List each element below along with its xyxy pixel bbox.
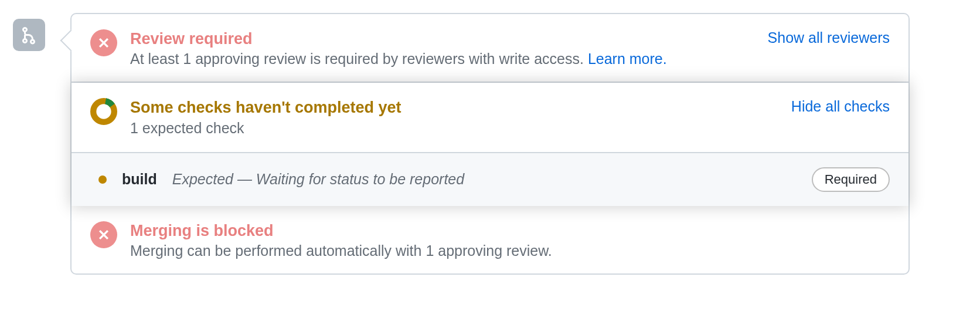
checks-progress-donut [90,98,117,125]
learn-more-link[interactable]: Learn more. [588,50,667,67]
blocked-description: Merging can be performed automatically w… [130,242,890,259]
x-icon [97,228,110,241]
status-dot-pending-icon [98,175,107,184]
show-all-reviewers-link[interactable]: Show all reviewers [768,29,890,46]
checks-section: Some checks haven't completed yet 1 expe… [72,83,908,205]
review-title: Review required [130,28,755,49]
check-status-text: Expected — Waiting for status to be repo… [172,171,797,188]
status-badge-error [90,29,117,56]
review-required-section: Review required At least 1 approving rev… [72,14,908,83]
review-description-text: At least 1 approving review is required … [130,50,588,67]
checks-header: Some checks haven't completed yet 1 expe… [72,83,908,151]
git-merge-icon [20,26,39,45]
merge-timeline-badge [13,19,45,51]
checks-content: Some checks haven't completed yet 1 expe… [130,97,778,136]
merging-blocked-section: Merging is blocked Merging can be perfor… [72,206,908,273]
x-icon [97,36,110,49]
checks-title: Some checks haven't completed yet [130,97,778,118]
review-content: Review required At least 1 approving rev… [130,28,755,67]
status-badge-error [90,221,117,248]
merge-status-panel: Review required At least 1 approving rev… [70,13,910,275]
checks-description: 1 expected check [130,120,778,137]
required-badge: Required [812,167,890,192]
check-name: build [122,171,157,188]
review-description: At least 1 approving review is required … [130,50,755,67]
hide-all-checks-link[interactable]: Hide all checks [791,98,890,115]
blocked-content: Merging is blocked Merging can be perfor… [130,220,890,259]
blocked-title: Merging is blocked [130,220,890,241]
check-row[interactable]: build Expected — Waiting for status to b… [72,152,908,206]
